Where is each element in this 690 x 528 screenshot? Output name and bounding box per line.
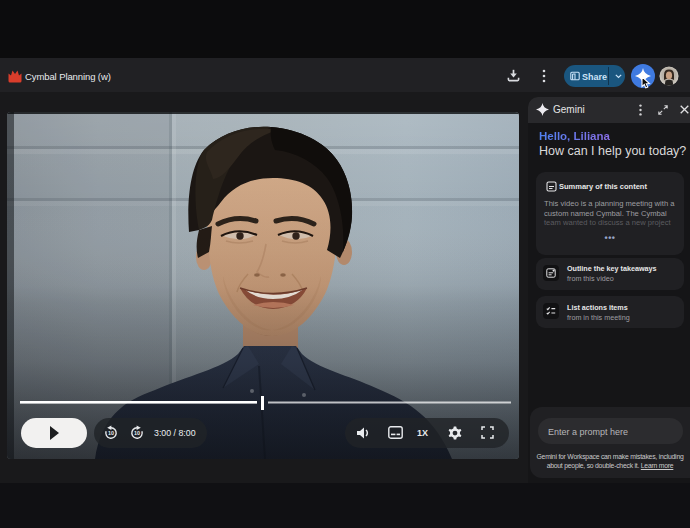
svg-text:10: 10 bbox=[108, 430, 114, 436]
svg-text:10: 10 bbox=[134, 430, 140, 436]
